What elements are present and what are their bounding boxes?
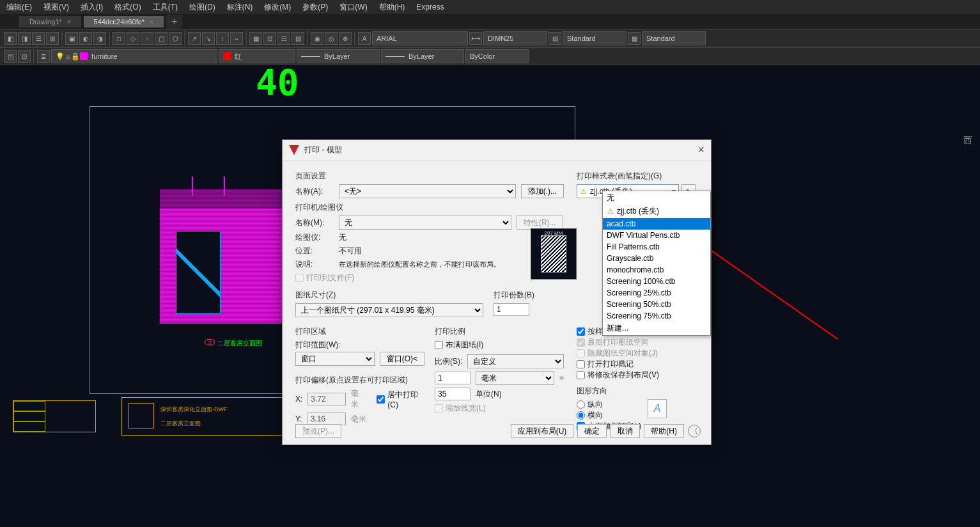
scale-num1-input[interactable]	[435, 372, 471, 384]
cancel-button[interactable]: 取消	[611, 424, 640, 438]
dropdown-item[interactable]: DWF Virtual Pens.ctb	[603, 230, 710, 241]
properties-button[interactable]: 特性(R)...	[517, 216, 563, 230]
dropdown-item[interactable]: Screening 100%.ctb	[603, 276, 710, 287]
tool-icon[interactable]: ⊡	[18, 50, 31, 63]
tab-add-button[interactable]: +	[166, 15, 182, 29]
help-button[interactable]: 帮助(H)	[644, 424, 684, 438]
dim-combo[interactable]: DIMN25	[483, 31, 547, 45]
bycolor-combo[interactable]: ByColor	[465, 49, 529, 63]
tool-icon[interactable]: ⊕	[339, 32, 352, 45]
font-combo[interactable]: ARIAL	[372, 31, 468, 45]
menu-format[interactable]: 格式(O)	[114, 2, 141, 13]
tool-icon[interactable]: ▤	[292, 32, 304, 45]
tool-icon[interactable]: ↗	[188, 32, 201, 45]
tab-drawing1[interactable]: Drawing1* ×	[19, 16, 81, 28]
menu-window[interactable]: 窗口(W)	[339, 2, 367, 13]
ok-button[interactable]: 确定	[577, 424, 607, 438]
checkbox[interactable]	[577, 360, 585, 368]
lineweight-combo[interactable]: ByLayer	[381, 49, 464, 63]
scale-num2-input[interactable]	[435, 388, 471, 400]
tool-icon[interactable]: ◧	[4, 32, 17, 45]
tool-icon[interactable]: ◇	[127, 32, 139, 45]
opt3-check[interactable]: 打开打印戳记	[577, 359, 698, 370]
tool-icon[interactable]: ▣	[65, 32, 78, 45]
dimension-icon[interactable]: ⟷	[469, 32, 482, 45]
radio[interactable]	[577, 400, 585, 409]
menu-tools[interactable]: 工具(T)	[153, 2, 178, 13]
copies-input[interactable]	[494, 303, 529, 316]
page-setup-select[interactable]: <无>	[339, 184, 516, 198]
standard-icon[interactable]: ▤	[548, 32, 561, 45]
tool-icon[interactable]: ⊞	[46, 32, 59, 45]
close-icon[interactable]: ×	[150, 19, 153, 26]
window-button[interactable]: 窗口(O)<	[380, 352, 424, 366]
tool-icon[interactable]: ◳	[4, 50, 17, 63]
plot-style-dropdown[interactable]: 无zjj.ctb (丢失)acad.ctbDWF Virtual Pens.ct…	[602, 191, 711, 336]
text-icon[interactable]: A	[358, 32, 371, 45]
menu-insert[interactable]: 插入(I)	[81, 2, 103, 13]
menu-help[interactable]: 帮助(H)	[379, 2, 405, 13]
portrait-radio[interactable]: 纵向	[577, 399, 641, 410]
tool-icon[interactable]: ▢	[155, 32, 167, 45]
dropdown-item[interactable]: zjj.ctb (丢失)	[603, 205, 710, 218]
plot-to-file-check[interactable]: 打印到文件(F)	[295, 272, 354, 283]
tool-icon[interactable]: ↕	[216, 32, 229, 45]
tool-icon[interactable]: ◑	[93, 32, 106, 45]
center-check[interactable]: 居中打印(C)	[377, 389, 424, 409]
layer-combo[interactable]: 💡 ☼ 🔒 furniture	[51, 49, 217, 63]
dropdown-item[interactable]: monochrome.ctb	[603, 264, 710, 276]
tool-icon[interactable]: ◉	[311, 32, 323, 45]
std1-combo[interactable]: Standard	[563, 31, 626, 45]
tool-icon[interactable]: ○	[141, 32, 153, 45]
fit-check[interactable]: 布满图纸(I)	[435, 340, 564, 350]
tool-icon[interactable]: ◨	[18, 32, 31, 45]
menu-draw[interactable]: 绘图(D)	[189, 2, 215, 13]
dropdown-item[interactable]: Grayscale.ctb	[603, 253, 710, 264]
tool-icon[interactable]: ⊡	[263, 32, 276, 45]
dropdown-item[interactable]: 新建...	[603, 322, 710, 335]
dropdown-item[interactable]: Screening 75%.ctb	[603, 310, 710, 322]
apply-button[interactable]: 应用到布局(U)	[511, 424, 574, 438]
scale-select[interactable]: 自定义	[467, 354, 564, 368]
dropdown-item[interactable]: acad.ctb	[603, 218, 710, 230]
menu-edit[interactable]: 编辑(E)	[6, 2, 32, 13]
expand-button[interactable]: 〈	[688, 425, 701, 437]
linetype-combo[interactable]: ByLayer	[297, 49, 380, 63]
close-icon[interactable]: ×	[697, 143, 704, 157]
dropdown-item[interactable]: Fill Patterns.ctb	[603, 241, 710, 253]
checkbox[interactable]	[577, 327, 585, 336]
standard-icon[interactable]: ▦	[628, 32, 641, 45]
scale-lw-check[interactable]: 缩放线宽(L)	[435, 403, 564, 414]
opt4-check[interactable]: 将修改保存到布局(V)	[577, 370, 698, 381]
opt1-check[interactable]: 最后打印图纸空间	[577, 337, 698, 348]
std2-combo[interactable]: Standard	[642, 31, 706, 45]
menu-parametric[interactable]: 参数(P)	[302, 2, 328, 13]
checkbox[interactable]	[435, 341, 443, 349]
add-button[interactable]: 添加(.)...	[521, 184, 564, 198]
menu-modify[interactable]: 修改(M)	[264, 2, 291, 13]
tool-icon[interactable]: ◎	[325, 32, 338, 45]
tool-icon[interactable]: ⬡	[169, 32, 182, 45]
checkbox[interactable]	[377, 395, 385, 404]
printer-select[interactable]: 无	[339, 216, 511, 230]
paper-size-select[interactable]: 上一个图纸尺寸 (297.01 x 419.95 毫米)	[295, 303, 483, 317]
dropdown-item[interactable]: Screening 50%.ctb	[603, 299, 710, 310]
menu-view[interactable]: 视图(V)	[43, 2, 69, 13]
plot-range-select[interactable]: 窗口	[295, 352, 375, 366]
tool-icon[interactable]: ☰	[32, 32, 45, 45]
menu-dimension[interactable]: 标注(N)	[227, 2, 253, 13]
unit-select[interactable]: 毫米	[476, 371, 554, 385]
tool-icon[interactable]: ◐	[79, 32, 92, 45]
tool-icon[interactable]: □	[113, 32, 125, 45]
preview-button[interactable]: 预览(P)...	[295, 424, 341, 438]
tool-icon[interactable]: ▦	[249, 32, 262, 45]
tool-icon[interactable]: ↘	[202, 32, 215, 45]
layer-icon[interactable]: ≣	[37, 50, 50, 63]
color-combo[interactable]: 红	[219, 49, 295, 63]
tool-icon[interactable]: ↔	[230, 32, 243, 45]
offset-y-input[interactable]	[307, 413, 346, 425]
offset-x-input[interactable]	[307, 393, 346, 405]
checkbox[interactable]	[577, 371, 585, 379]
radio[interactable]	[577, 411, 585, 420]
dropdown-item[interactable]: Screening 25%.ctb	[603, 287, 710, 299]
